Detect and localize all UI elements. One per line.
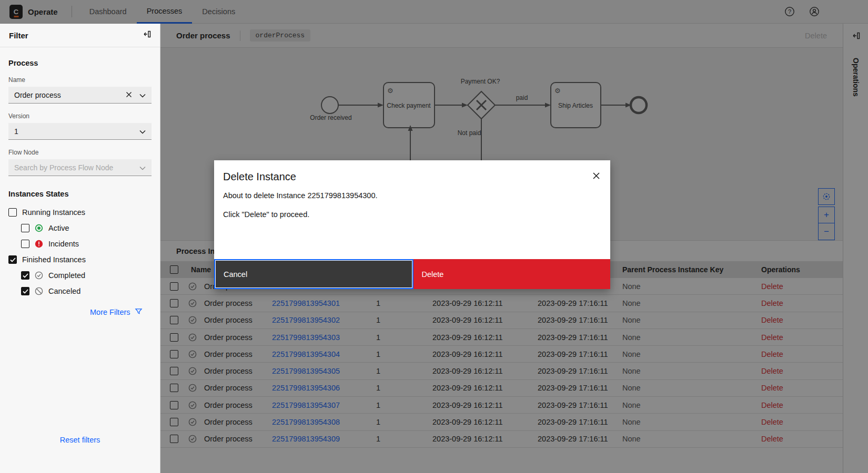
process-section-heading: Process	[8, 59, 152, 67]
incident-state-icon	[35, 240, 43, 248]
canceled-state-icon	[35, 287, 43, 295]
version-select[interactable]: 1	[8, 123, 152, 140]
state-filter-running-instances[interactable]: Running Instances	[8, 204, 152, 220]
name-field-label: Name	[8, 76, 152, 84]
checkbox[interactable]	[21, 240, 29, 248]
state-filter-label: Running Instances	[22, 208, 85, 217]
state-filter-active[interactable]: Active	[8, 220, 152, 236]
version-field-label: Version	[8, 112, 152, 120]
more-filters-link[interactable]: More Filters	[90, 307, 143, 317]
flow-node-field-label: Flow Node	[8, 149, 152, 156]
state-filter-label: Canceled	[48, 287, 80, 295]
flow-node-placeholder: Search by Process Flow Node	[14, 163, 139, 172]
flow-node-select[interactable]: Search by Process Flow Node	[8, 159, 152, 176]
process-name-combobox[interactable]: Order process	[8, 87, 152, 104]
chevron-down-icon[interactable]	[139, 91, 146, 99]
more-filters-label: More Filters	[90, 308, 130, 316]
chevron-down-icon[interactable]	[139, 127, 146, 136]
active-state-icon	[35, 224, 43, 232]
modal-message-line2: Click "Delete" to proceed.	[223, 210, 601, 219]
delete-instance-modal: Delete Instance About to delete Instance…	[214, 160, 610, 289]
checkbox[interactable]	[21, 224, 29, 232]
filter-panel-title: Filter	[9, 31, 28, 40]
state-filter-label: Active	[48, 224, 69, 232]
collapse-panel-icon[interactable]	[143, 30, 151, 40]
close-icon[interactable]	[591, 171, 601, 183]
clear-selection-icon[interactable]	[126, 91, 132, 99]
incident-state-icon	[35, 240, 43, 248]
reset-filters-link[interactable]: Reset filters	[0, 436, 160, 444]
modal-message-line1: About to delete Instance 225179981395430…	[223, 191, 601, 200]
state-filter-incidents[interactable]: Incidents	[8, 236, 152, 252]
completed-state-icon	[35, 271, 43, 280]
active-state-icon	[35, 224, 43, 232]
state-filter-completed[interactable]: Completed	[8, 268, 152, 283]
checkbox[interactable]	[21, 271, 29, 280]
chevron-down-icon[interactable]	[139, 163, 146, 172]
filter-funnel-icon	[135, 307, 143, 317]
checkbox[interactable]	[21, 287, 29, 295]
cancel-button[interactable]: Cancel	[214, 259, 413, 289]
delete-confirm-button[interactable]: Delete	[413, 259, 611, 289]
states-section-heading: Instances States	[8, 190, 152, 198]
state-filter-label: Incidents	[48, 240, 79, 248]
state-filter-finished-instances[interactable]: Finished Instances	[8, 252, 152, 268]
checkbox[interactable]	[8, 208, 17, 217]
process-name-value: Order process	[14, 91, 126, 99]
modal-title: Delete Instance	[223, 171, 296, 183]
version-value: 1	[14, 127, 139, 136]
state-filter-label: Completed	[48, 271, 85, 280]
canceled-state-icon	[35, 287, 43, 295]
instance-states-list: Running InstancesActiveIncidentsFinished…	[8, 204, 152, 299]
completed-state-icon	[35, 271, 43, 280]
state-filter-canceled[interactable]: Canceled	[8, 283, 152, 299]
checkbox[interactable]	[8, 255, 17, 264]
state-filter-label: Finished Instances	[22, 255, 86, 264]
filter-panel: Filter Process Name Order process Versio…	[0, 24, 160, 473]
